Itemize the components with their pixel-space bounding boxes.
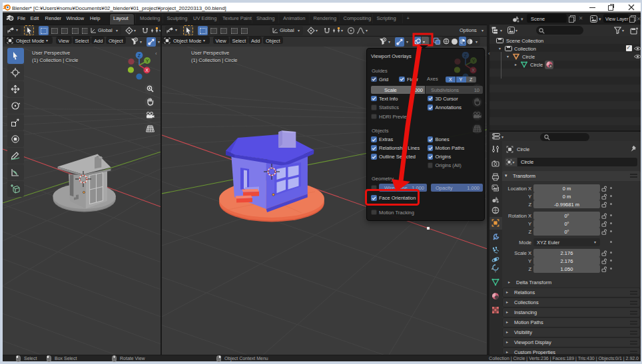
svg-text:Z: Z bbox=[464, 53, 468, 58]
svg-text:Z: Z bbox=[138, 53, 141, 58]
svg-text:Y: Y bbox=[146, 59, 149, 63]
svg-text:Y: Y bbox=[472, 59, 476, 63]
svg-text:X: X bbox=[145, 68, 149, 73]
svg-text:X: X bbox=[472, 68, 475, 73]
